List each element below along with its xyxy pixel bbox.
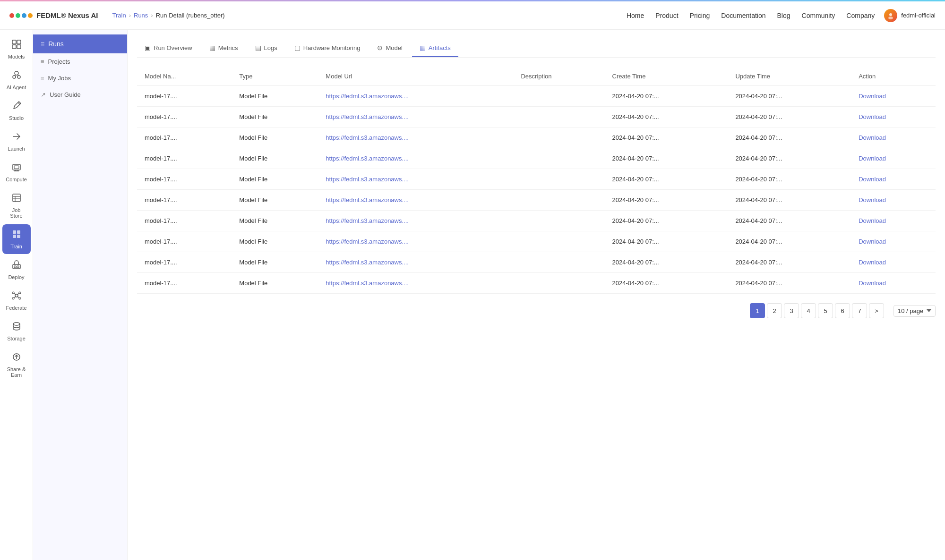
tab-run-overview[interactable]: ▣ Run Overview: [137, 39, 200, 57]
cell-url[interactable]: https://fedml.s3.amazonaws....: [318, 211, 513, 231]
svg-rect-2: [12, 40, 16, 44]
nav-product[interactable]: Product: [655, 12, 678, 19]
sidebar-item-deploy[interactable]: Deploy: [2, 255, 31, 285]
breadcrumb-train[interactable]: Train: [112, 12, 126, 19]
cell-action[interactable]: Download: [851, 169, 936, 190]
cell-url[interactable]: https://fedml.s3.amazonaws....: [318, 273, 513, 294]
cell-create-time: 2024-04-20 07:...: [605, 211, 728, 231]
cell-action[interactable]: Download: [851, 86, 936, 107]
cell-model-name: model-17....: [137, 273, 232, 294]
run-overview-tab-label: Run Overview: [154, 44, 192, 51]
tab-model[interactable]: ⊙ Model: [369, 39, 410, 57]
job-store-label: Job Store: [6, 207, 27, 219]
page-btn-1[interactable]: 1: [750, 303, 765, 318]
sidebar-item-job-store[interactable]: Job Store: [2, 188, 31, 223]
col-model-name: Model Na...: [137, 67, 232, 86]
page-next[interactable]: >: [869, 303, 884, 318]
sidebar-item-studio[interactable]: Studio: [2, 96, 31, 126]
table-row: model-17.... Model File https://fedml.s3…: [137, 169, 936, 190]
compute-icon: [11, 162, 22, 175]
svg-point-29: [19, 292, 21, 294]
cell-create-time: 2024-04-20 07:...: [605, 169, 728, 190]
tab-artifacts[interactable]: ▦ Artifacts: [412, 39, 458, 57]
cell-update-time: 2024-04-20 07:...: [728, 273, 851, 294]
cell-url[interactable]: https://fedml.s3.amazonaws....: [318, 231, 513, 252]
hamburger-icon: ≡: [41, 40, 44, 48]
col-action: Action: [851, 67, 936, 86]
cell-action[interactable]: Download: [851, 211, 936, 231]
cell-url[interactable]: https://fedml.s3.amazonaws....: [318, 169, 513, 190]
nav-community[interactable]: Community: [802, 12, 835, 19]
cell-description: [513, 231, 604, 252]
sidebar-item-share-earn[interactable]: Share & Earn: [2, 347, 31, 382]
sidebar-item-federate[interactable]: Federate: [2, 286, 31, 315]
cell-create-time: 2024-04-20 07:...: [605, 127, 728, 148]
nav-sidebar-user-guide[interactable]: ↗ User Guide: [33, 86, 127, 103]
cell-create-time: 2024-04-20 07:...: [605, 148, 728, 169]
sidebar-item-compute[interactable]: Compute: [2, 157, 31, 187]
breadcrumb-runs[interactable]: Runs: [134, 12, 148, 19]
artifacts-tab-label: Artifacts: [429, 44, 451, 51]
cell-action[interactable]: Download: [851, 148, 936, 169]
svg-point-31: [19, 297, 21, 299]
table-body: model-17.... Model File https://fedml.s3…: [137, 86, 936, 294]
deploy-icon: [11, 260, 22, 272]
page-size-select[interactable]: 10 / page 20 / page 50 / page: [893, 305, 936, 317]
deploy-label: Deploy: [8, 274, 24, 280]
nav-sidebar: ≡ Runs ≡ Projects ≡ My Jobs ↗ User Guide: [33, 30, 128, 560]
cell-url[interactable]: https://fedml.s3.amazonaws....: [318, 148, 513, 169]
nav-sidebar-projects[interactable]: ≡ Projects: [33, 53, 127, 70]
tab-hardware-monitoring[interactable]: ▢ Hardware Monitoring: [287, 39, 368, 57]
sidebar-item-train[interactable]: Train: [2, 224, 31, 254]
breadcrumb-current: Run Detail (rubens_otter): [156, 12, 225, 19]
nav-documentation[interactable]: Documentation: [721, 12, 765, 19]
sidebar-item-storage[interactable]: Storage: [2, 316, 31, 346]
nav-blog[interactable]: Blog: [777, 12, 790, 19]
tab-logs[interactable]: ▤ Logs: [248, 39, 285, 57]
my-jobs-label: My Jobs: [48, 75, 71, 82]
cell-url[interactable]: https://fedml.s3.amazonaws....: [318, 190, 513, 211]
logo-text: FEDML® Nexus AI: [36, 11, 98, 19]
sidebar-item-launch[interactable]: Launch: [2, 127, 31, 156]
svg-rect-25: [14, 266, 16, 268]
cell-action[interactable]: Download: [851, 190, 936, 211]
nav-pricing[interactable]: Pricing: [690, 12, 710, 19]
sidebar-item-ai-agent[interactable]: AI Agent: [2, 65, 31, 95]
page-btn-6[interactable]: 6: [835, 303, 850, 318]
cell-action[interactable]: Download: [851, 231, 936, 252]
top-navigation: FEDML® Nexus AI Train › Runs › Run Detai…: [0, 1, 945, 30]
cell-create-time: 2024-04-20 07:...: [605, 107, 728, 127]
dot-red: [9, 13, 14, 18]
nav-links: Home Product Pricing Documentation Blog …: [627, 12, 875, 19]
nav-company[interactable]: Company: [846, 12, 875, 19]
svg-point-0: [889, 13, 892, 16]
cell-action[interactable]: Download: [851, 127, 936, 148]
models-icon: [11, 39, 22, 52]
tab-metrics[interactable]: ▦ Metrics: [202, 39, 246, 57]
cell-create-time: 2024-04-20 07:...: [605, 190, 728, 211]
cell-url[interactable]: https://fedml.s3.amazonaws....: [318, 127, 513, 148]
page-btn-3[interactable]: 3: [784, 303, 799, 318]
page-btn-2[interactable]: 2: [767, 303, 782, 318]
page-btn-7[interactable]: 7: [852, 303, 867, 318]
page-btn-5[interactable]: 5: [818, 303, 833, 318]
cell-type: Model File: [232, 86, 318, 107]
logs-tab-label: Logs: [264, 44, 277, 51]
table-row: model-17.... Model File https://fedml.s3…: [137, 127, 936, 148]
sidebar-item-models[interactable]: Models: [2, 34, 31, 64]
cell-url[interactable]: https://fedml.s3.amazonaws....: [318, 86, 513, 107]
cell-description: [513, 169, 604, 190]
cell-action[interactable]: Download: [851, 107, 936, 127]
cell-create-time: 2024-04-20 07:...: [605, 231, 728, 252]
page-btn-4[interactable]: 4: [801, 303, 816, 318]
user-guide-icon: ↗: [41, 91, 46, 98]
nav-home[interactable]: Home: [627, 12, 644, 19]
artifacts-table: Model Na... Type Model Url Description C…: [137, 67, 936, 294]
cell-url[interactable]: https://fedml.s3.amazonaws....: [318, 107, 513, 127]
cell-action[interactable]: Download: [851, 252, 936, 273]
cell-action[interactable]: Download: [851, 273, 936, 294]
nav-sidebar-my-jobs[interactable]: ≡ My Jobs: [33, 70, 127, 86]
cell-url[interactable]: https://fedml.s3.amazonaws....: [318, 252, 513, 273]
federate-label: Federate: [6, 305, 26, 311]
cell-model-name: model-17....: [137, 211, 232, 231]
